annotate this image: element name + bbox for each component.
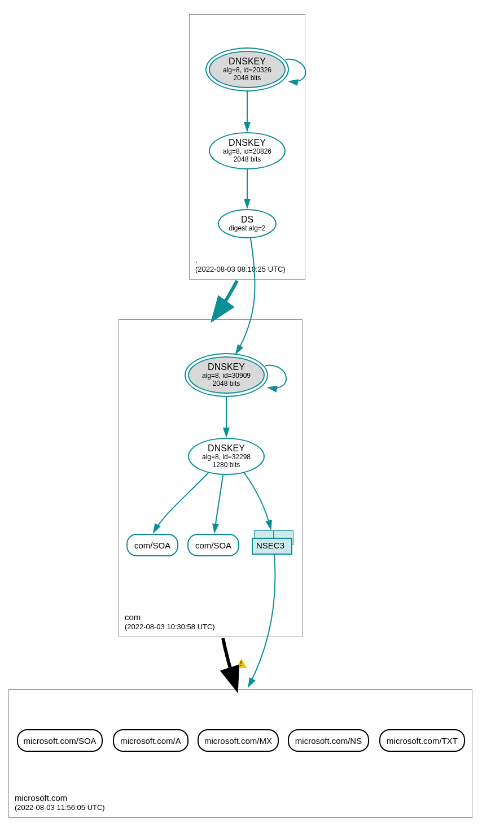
warning-icon (236, 659, 247, 668)
root-zsk-alg: alg=8, id=20826 (223, 148, 271, 156)
com-soa-rrset-1: com/SOA (126, 534, 178, 556)
root-ksk-alg: alg=8, id=20326 (223, 67, 271, 75)
com-zsk-alg: alg=8, id=32298 (202, 454, 251, 461)
edge-com-to-microsoft-delegation (223, 638, 236, 687)
rrset-soa: microsoft.com/SOA (17, 729, 103, 752)
zone-microsoft-label: microsoft.com (2022-08-03 11:56:05 UTC) (15, 792, 105, 813)
rrset-ns: microsoft.com/NS (288, 729, 369, 752)
com-ksk-bits: 2048 bits (213, 380, 240, 388)
zone-com-timestamp: (2022-08-03 10:30:58 UTC) (125, 622, 215, 632)
com-zsk-bits: 1280 bits (213, 461, 240, 469)
zone-microsoft-name: microsoft.com (15, 792, 105, 804)
zone-root-label: . (2022-08-03 08:10:25 UTC) (195, 254, 286, 275)
com-soa-rrset-2: com/SOA (187, 534, 239, 556)
root-ksk-bits: 2048 bits (234, 75, 261, 82)
zone-microsoft: microsoft.com (2022-08-03 11:56:05 UTC) (8, 689, 472, 818)
zone-root-timestamp: (2022-08-03 08:10:25 UTC) (195, 265, 286, 275)
zone-com-label: com (2022-08-03 10:30:58 UTC) (125, 612, 215, 632)
com-ksk-alg: alg=8, id=30909 (202, 372, 251, 380)
zone-com-name: com (125, 612, 215, 623)
nsec3-label: NSEC3 (256, 541, 284, 550)
edge-root-to-com-delegation (214, 281, 237, 317)
root-zsk-node: DNSKEY alg=8, id=20826 2048 bits (209, 132, 286, 169)
rrset-a: microsoft.com/A (113, 729, 189, 752)
root-zsk-title: DNSKEY (229, 138, 266, 148)
com-zsk-node: DNSKEY alg=8, id=32298 1280 bits (188, 438, 265, 475)
root-ds-alg: digest alg=2 (229, 225, 265, 233)
root-ds-title: DS (241, 215, 253, 225)
root-ksk-title: DNSKEY (229, 56, 266, 67)
com-zsk-title: DNSKEY (208, 443, 245, 454)
com-ksk-title: DNSKEY (208, 362, 245, 372)
zone-root-name: . (195, 254, 286, 265)
root-ksk-node: DNSKEY alg=8, id=20326 2048 bits (209, 51, 286, 88)
root-zsk-bits: 2048 bits (234, 156, 261, 164)
rrset-mx: microsoft.com/MX (198, 729, 279, 752)
rrset-txt: microsoft.com/TXT (379, 729, 465, 752)
root-ds-node: DS digest alg=2 (218, 209, 277, 238)
zone-microsoft-timestamp: (2022-08-03 11:56:05 UTC) (15, 803, 105, 813)
com-ksk-node: DNSKEY alg=8, id=30909 2048 bits (188, 356, 265, 394)
